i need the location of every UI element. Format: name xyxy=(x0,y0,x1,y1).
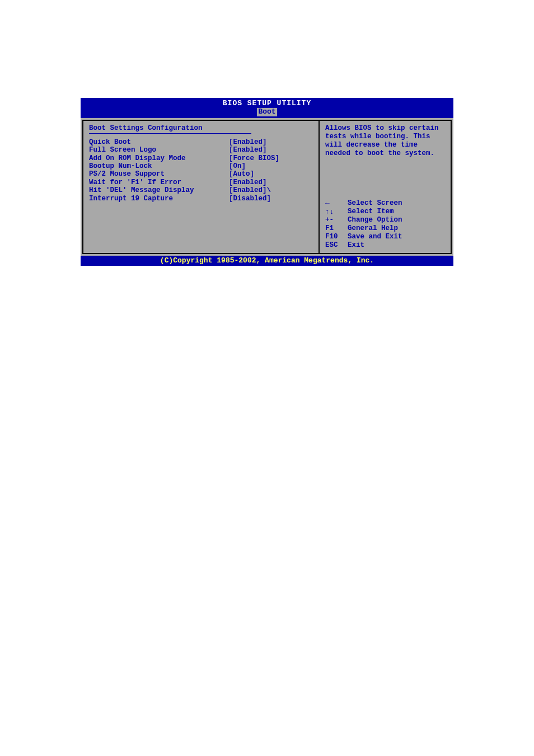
nav-select-item: ↑↓ Select Item xyxy=(325,208,446,216)
settings-panel: Boot Settings Configuration Quick Boot [… xyxy=(82,120,318,254)
nav-select-screen: ← Select Screen xyxy=(325,199,446,208)
arrow-up-down-icon: ↑↓ xyxy=(325,208,348,215)
setting-interrupt-19-capture[interactable]: Interrupt 19 Capture [Disabled] xyxy=(89,195,313,203)
setting-label: Hit 'DEL' Message Display xyxy=(89,186,229,194)
setting-addon-rom-display-mode[interactable]: Add On ROM Display Mode [Force BIOS] xyxy=(89,154,313,162)
bios-content: Boot Settings Configuration Quick Boot [… xyxy=(81,117,453,256)
setting-value: [Enabled]\ xyxy=(229,186,271,194)
tab-boot[interactable]: Boot xyxy=(257,108,277,116)
bios-header: BIOS SETUP UTILITY Boot xyxy=(81,98,453,117)
setting-value: [On] xyxy=(229,162,246,170)
setting-label: Quick Boot xyxy=(89,138,229,146)
nav-label: Select Item xyxy=(348,208,394,216)
nav-save-and-exit: F10 Save and Exit xyxy=(325,233,446,241)
setting-value: [Auto] xyxy=(229,170,254,178)
setting-label: Interrupt 19 Capture xyxy=(89,195,229,203)
f1-key: F1 xyxy=(325,224,348,233)
setting-value: [Force BIOS] xyxy=(229,154,279,162)
tab-bar: Boot xyxy=(81,108,453,116)
plus-minus-key: +- xyxy=(325,216,348,224)
setting-quick-boot[interactable]: Quick Boot [Enabled] xyxy=(89,138,313,146)
help-text: Allows BIOS to skip certain tests while … xyxy=(325,124,446,158)
esc-key: ESC xyxy=(325,241,348,250)
copyright-text: (C)Copyright 1985-2002, American Megatre… xyxy=(160,256,374,265)
bios-window: BIOS SETUP UTILITY Boot Boot Settings Co… xyxy=(81,98,453,266)
arrow-left-icon: ← xyxy=(325,200,348,207)
nav-help: ← Select Screen ↑↓ Select Item +- Change… xyxy=(325,199,446,250)
nav-label: Select Screen xyxy=(348,199,402,208)
setting-label: Bootup Num-Lock xyxy=(89,162,229,170)
f10-key: F10 xyxy=(325,233,348,241)
setting-value: [Enabled] xyxy=(229,179,267,186)
setting-ps2-mouse-support[interactable]: PS/2 Mouse Support [Auto] xyxy=(89,170,313,178)
nav-label: Save and Exit xyxy=(348,233,402,241)
setting-label: PS/2 Mouse Support xyxy=(89,170,229,178)
bios-footer: (C)Copyright 1985-2002, American Megatre… xyxy=(81,256,453,266)
setting-wait-for-f1[interactable]: Wait for 'F1' If Error [Enabled] xyxy=(89,179,313,186)
bios-title: BIOS SETUP UTILITY xyxy=(81,100,453,107)
setting-full-screen-logo[interactable]: Full Screen Logo [Enabled] xyxy=(89,146,313,154)
setting-label: Add On ROM Display Mode xyxy=(89,154,229,162)
setting-value: [Enabled] xyxy=(229,146,267,154)
setting-bootup-numlock[interactable]: Bootup Num-Lock [On] xyxy=(89,162,313,170)
nav-exit: ESC Exit xyxy=(325,241,446,250)
setting-label: Wait for 'F1' If Error xyxy=(89,179,229,186)
setting-value: [Enabled] xyxy=(229,138,267,146)
setting-label: Full Screen Logo xyxy=(89,146,229,154)
section-title-underline xyxy=(89,133,251,134)
section-title: Boot Settings Configuration xyxy=(89,124,313,132)
nav-label: Exit xyxy=(348,241,364,250)
nav-general-help: F1 General Help xyxy=(325,224,446,233)
nav-label: Change Option xyxy=(348,216,402,224)
help-panel: Allows BIOS to skip certain tests while … xyxy=(318,120,452,254)
nav-change-option: +- Change Option xyxy=(325,216,446,224)
setting-hit-del-message[interactable]: Hit 'DEL' Message Display [Enabled]\ xyxy=(89,186,313,194)
setting-value: [Disabled] xyxy=(229,195,271,203)
nav-label: General Help xyxy=(348,224,398,233)
